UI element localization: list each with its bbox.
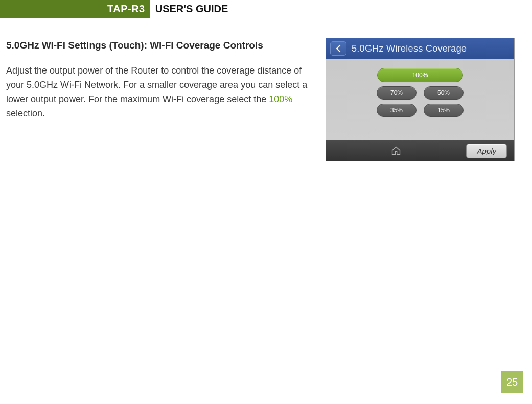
coverage-row-1: 70% 50%	[377, 86, 464, 100]
coverage-option-selected[interactable]: 100%	[377, 68, 463, 82]
device-screenshot: 5.0GHz Wireless Coverage 100% 70% 50% 35…	[326, 38, 515, 161]
home-icon[interactable]	[391, 146, 401, 156]
body-post: selection.	[6, 108, 45, 118]
page-number: 25	[501, 371, 523, 393]
model-badge: TAP-R3	[5, 0, 150, 18]
body-pre: Adjust the output power of the Router to…	[6, 65, 307, 104]
header-accent	[0, 0, 5, 18]
apply-button[interactable]: Apply	[466, 144, 507, 158]
device-body: 100% 70% 50% 35% 15%	[326, 59, 514, 140]
content-area: 5.0GHz Wi-Fi Settings (Touch): Wi-Fi Cov…	[0, 18, 532, 161]
home-slot	[326, 146, 466, 156]
doc-header: TAP-R3 USER'S GUIDE	[0, 0, 515, 18]
section-heading: 5.0GHz Wi-Fi Settings (Touch): Wi-Fi Cov…	[6, 38, 311, 53]
device-title: 5.0GHz Wireless Coverage	[352, 43, 467, 54]
device-footer: Apply	[326, 140, 514, 161]
coverage-row-2: 35% 15%	[377, 104, 464, 117]
coverage-option-50[interactable]: 50%	[424, 86, 464, 100]
back-button[interactable]	[330, 41, 346, 56]
coverage-option-15[interactable]: 15%	[424, 104, 464, 117]
chevron-left-icon	[335, 44, 341, 53]
device-titlebar: 5.0GHz Wireless Coverage	[326, 38, 514, 59]
body-paragraph: Adjust the output power of the Router to…	[6, 64, 311, 121]
coverage-option-35[interactable]: 35%	[377, 104, 417, 117]
highlight-text: 100%	[269, 94, 292, 104]
coverage-option-70[interactable]: 70%	[377, 86, 417, 100]
doc-title: USER'S GUIDE	[150, 0, 228, 18]
text-column: 5.0GHz Wi-Fi Settings (Touch): Wi-Fi Cov…	[6, 38, 311, 121]
